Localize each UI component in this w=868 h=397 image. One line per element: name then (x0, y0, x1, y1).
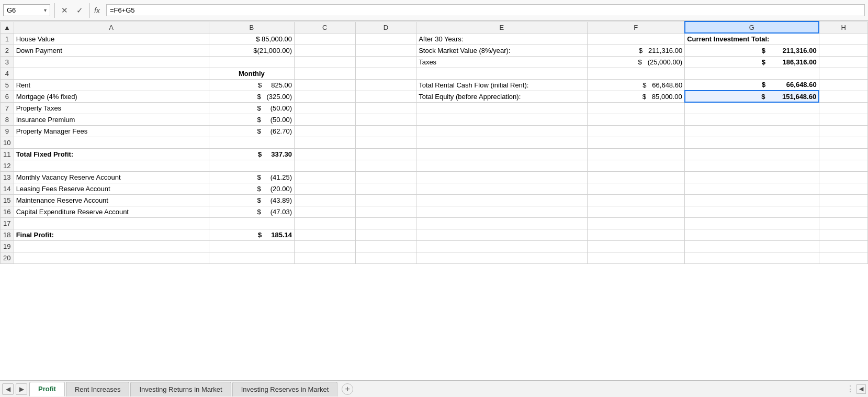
cell-d19[interactable] (355, 240, 416, 252)
cell-h3[interactable] (819, 56, 867, 68)
cell-b17[interactable] (209, 217, 294, 229)
row-header-7[interactable]: 7 (1, 102, 14, 114)
cell-f15[interactable] (587, 194, 685, 206)
cell-f9[interactable] (587, 125, 685, 137)
cell-c10[interactable] (294, 137, 355, 148)
cell-e18[interactable] (416, 229, 587, 240)
cell-e15[interactable] (416, 194, 587, 206)
cell-e1[interactable]: After 30 Years: (416, 33, 587, 45)
cell-b15[interactable]: $ (43.89) (209, 194, 294, 206)
cell-d4[interactable] (355, 68, 416, 79)
row-header-18[interactable]: 18 (1, 229, 14, 240)
cell-e19[interactable] (416, 240, 587, 252)
cell-f17[interactable] (587, 217, 685, 229)
cell-a13[interactable]: Monthly Vacancy Reserve Account (14, 171, 209, 183)
cell-g5[interactable]: $ 66,648.60 (685, 79, 819, 91)
cell-b11[interactable]: $ 337.30 (209, 148, 294, 160)
cell-f2[interactable]: $ 211,316.00 (587, 45, 685, 56)
cell-f19[interactable] (587, 240, 685, 252)
cell-h7[interactable] (819, 102, 867, 114)
formula-input[interactable] (106, 4, 865, 16)
cell-a2[interactable]: Down Payment (14, 45, 209, 56)
cell-f18[interactable] (587, 229, 685, 240)
cell-g9[interactable] (685, 125, 819, 137)
cell-a11[interactable]: Total Fixed Profit: (14, 148, 209, 160)
cell-b19[interactable] (209, 240, 294, 252)
cell-d16[interactable] (355, 206, 416, 217)
cell-f13[interactable] (587, 171, 685, 183)
cell-a16[interactable]: Capital Expenditure Reserve Account (14, 206, 209, 217)
tab-rent-increases[interactable]: Rent Increases (66, 382, 129, 396)
col-header-b[interactable]: B (209, 21, 294, 33)
cell-h15[interactable] (819, 194, 867, 206)
cell-b13[interactable]: $ (41.25) (209, 171, 294, 183)
cell-c14[interactable] (294, 183, 355, 194)
cell-c4[interactable] (294, 68, 355, 79)
col-header-e[interactable]: E (416, 21, 587, 33)
cell-g10[interactable] (685, 137, 819, 148)
cell-g14[interactable] (685, 183, 819, 194)
tab-nav-next[interactable]: ▶ (16, 383, 27, 395)
cell-b5[interactable]: $ 825.00 (209, 79, 294, 91)
col-header-f[interactable]: F (587, 21, 685, 33)
cell-d18[interactable] (355, 229, 416, 240)
cell-h1[interactable] (819, 33, 867, 45)
tab-nav-prev[interactable]: ◀ (2, 383, 14, 395)
cell-e20[interactable] (416, 252, 587, 263)
cell-a20[interactable] (14, 252, 209, 263)
cell-e17[interactable] (416, 217, 587, 229)
cell-e6[interactable]: Total Equity (before Appreciation): (416, 91, 587, 102)
cell-b7[interactable]: $ (50.00) (209, 102, 294, 114)
cell-c13[interactable] (294, 171, 355, 183)
cell-c2[interactable] (294, 45, 355, 56)
cell-d13[interactable] (355, 171, 416, 183)
cell-e7[interactable] (416, 102, 587, 114)
col-header-c[interactable]: C (294, 21, 355, 33)
cell-c11[interactable] (294, 148, 355, 160)
row-header-12[interactable]: 12 (1, 160, 14, 171)
cell-g3[interactable]: $ 186,316.00 (685, 56, 819, 68)
cell-h12[interactable] (819, 160, 867, 171)
row-header-2[interactable]: 2 (1, 45, 14, 56)
cell-d3[interactable] (355, 56, 416, 68)
row-header-8[interactable]: 8 (1, 114, 14, 125)
cell-f16[interactable] (587, 206, 685, 217)
row-header-13[interactable]: 13 (1, 171, 14, 183)
row-header-10[interactable]: 10 (1, 137, 14, 148)
cell-h13[interactable] (819, 171, 867, 183)
cell-c15[interactable] (294, 194, 355, 206)
cell-g20[interactable] (685, 252, 819, 263)
cell-c1[interactable] (294, 33, 355, 45)
cell-b1[interactable]: $ 85,000.00 (209, 33, 294, 45)
cell-h6[interactable] (819, 91, 867, 102)
cell-g4[interactable] (685, 68, 819, 79)
cell-g17[interactable] (685, 217, 819, 229)
cell-b6[interactable]: $ (325.00) (209, 91, 294, 102)
cell-d17[interactable] (355, 217, 416, 229)
cell-c19[interactable] (294, 240, 355, 252)
cell-a5[interactable]: Rent (14, 79, 209, 91)
cell-g18[interactable] (685, 229, 819, 240)
row-header-9[interactable]: 9 (1, 125, 14, 137)
cell-f14[interactable] (587, 183, 685, 194)
cell-g2[interactable]: $ 211,316.00 (685, 45, 819, 56)
cell-b16[interactable]: $ (47.03) (209, 206, 294, 217)
row-header-6[interactable]: 6 (1, 91, 14, 102)
row-header-14[interactable]: 14 (1, 183, 14, 194)
cell-f3[interactable]: $ (25,000.00) (587, 56, 685, 68)
cell-b2[interactable]: $(21,000.00) (209, 45, 294, 56)
cell-a15[interactable]: Maintenance Reserve Account (14, 194, 209, 206)
cell-h14[interactable] (819, 183, 867, 194)
cell-a17[interactable] (14, 217, 209, 229)
cell-g12[interactable] (685, 160, 819, 171)
col-header-a[interactable]: A (14, 21, 209, 33)
col-header-g[interactable]: G (685, 21, 819, 33)
cell-h9[interactable] (819, 125, 867, 137)
cell-e16[interactable] (416, 206, 587, 217)
cell-f20[interactable] (587, 252, 685, 263)
col-header-d[interactable]: D (355, 21, 416, 33)
row-header-3[interactable]: 3 (1, 56, 14, 68)
cell-d6[interactable] (355, 91, 416, 102)
cell-h20[interactable] (819, 252, 867, 263)
cell-g11[interactable] (685, 148, 819, 160)
